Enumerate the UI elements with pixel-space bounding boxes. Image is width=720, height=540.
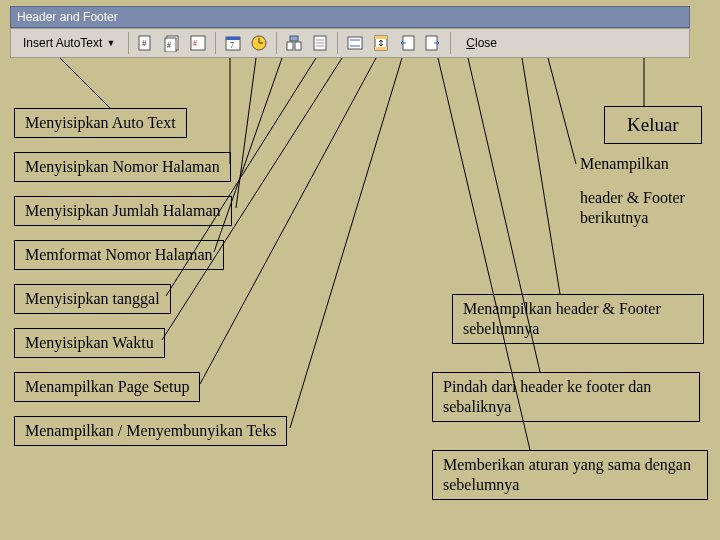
svg-rect-8 xyxy=(226,37,240,40)
label-pagesetup: Menampilkan Page Setup xyxy=(14,372,200,402)
svg-text:7: 7 xyxy=(230,41,234,50)
svg-text:#: # xyxy=(193,39,197,48)
svg-rect-13 xyxy=(287,42,293,50)
show-next-icon[interactable] xyxy=(421,31,445,55)
label-same: Memberikan aturan yang sama dengan sebel… xyxy=(432,450,708,500)
num-pages-icon[interactable]: # xyxy=(160,31,184,55)
svg-line-38 xyxy=(522,58,560,294)
label-prev: Menampilkan header & Footer sebelumnya xyxy=(452,294,704,344)
close-button[interactable]: Close xyxy=(460,34,503,52)
show-previous-icon[interactable] xyxy=(395,31,419,55)
insert-autotext-button[interactable]: Insert AutoText ▼ xyxy=(15,34,123,52)
chevron-down-icon: ▼ xyxy=(106,38,115,48)
toolbar-title-text: Header and Footer xyxy=(17,10,118,24)
svg-line-37 xyxy=(548,58,576,164)
separator xyxy=(128,32,129,54)
separator xyxy=(337,32,338,54)
label-time: Menyisipkan Waktu xyxy=(14,328,165,358)
label-format: Memformat Nomor Halaman xyxy=(14,240,224,270)
time-icon[interactable] xyxy=(247,31,271,55)
svg-line-30 xyxy=(236,58,256,208)
date-icon[interactable]: 7 xyxy=(221,31,245,55)
format-page-number-icon[interactable]: # xyxy=(186,31,210,55)
close-label-rest: lose xyxy=(475,36,497,50)
label-showhide: Menampilkan / Menyembunyikan Teks xyxy=(14,416,287,446)
label-autotext: Menyisipkan Auto Text xyxy=(14,108,187,138)
header-footer-toolbar: Header and Footer Insert AutoText ▼ # # … xyxy=(10,6,690,58)
svg-rect-20 xyxy=(348,37,362,49)
svg-rect-25 xyxy=(375,47,387,50)
label-date: Menyisipkan tanggal xyxy=(14,284,171,314)
svg-text:#: # xyxy=(167,41,171,50)
label-switch: Pindah dari header ke footer dan sebalik… xyxy=(432,372,700,422)
svg-rect-24 xyxy=(375,36,387,39)
separator xyxy=(450,32,451,54)
show-hide-text-icon[interactable] xyxy=(308,31,332,55)
label-next-a: Menampilkan xyxy=(576,152,673,176)
label-numpages: Menyisipkan Jumlah Halaman xyxy=(14,196,232,226)
label-pagenum: Menyisipkan Nomor Halaman xyxy=(14,152,231,182)
label-close: Keluar xyxy=(604,106,702,144)
label-next-b: header & Footer berikutnya xyxy=(576,186,706,230)
switch-header-footer-icon[interactable] xyxy=(369,31,393,55)
toolbar-row: Insert AutoText ▼ # # # 7 Close xyxy=(10,28,690,58)
separator xyxy=(276,32,277,54)
separator xyxy=(215,32,216,54)
svg-rect-15 xyxy=(290,36,298,41)
svg-rect-14 xyxy=(295,42,301,50)
page-setup-icon[interactable] xyxy=(282,31,306,55)
same-as-previous-icon[interactable] xyxy=(343,31,367,55)
svg-line-28 xyxy=(60,58,110,108)
toolbar-title: Header and Footer xyxy=(10,6,690,28)
autotext-label: Insert AutoText xyxy=(23,36,102,50)
svg-line-35 xyxy=(290,58,402,428)
page-number-icon[interactable]: # xyxy=(134,31,158,55)
svg-text:#: # xyxy=(142,38,147,48)
